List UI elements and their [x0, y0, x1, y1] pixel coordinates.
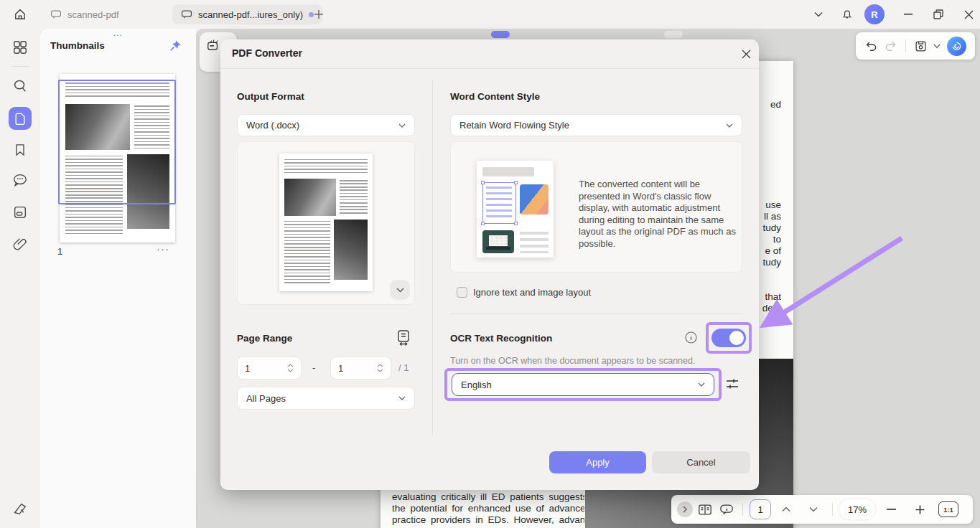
page-from-input[interactable]: 1 — [237, 357, 302, 380]
thumbnail-page-number: 1 — [57, 246, 62, 257]
ai-assistant-button[interactable] — [947, 37, 966, 56]
notifications-button[interactable] — [839, 6, 856, 23]
sidebar-item-reader-mode[interactable] — [10, 499, 30, 519]
page-flip-icon — [12, 501, 28, 517]
panel-title: Thumbnails — [50, 40, 105, 51]
two-page-view-button[interactable] — [696, 500, 714, 519]
minimize-button[interactable] — [899, 7, 918, 22]
illustration-text-block — [482, 182, 516, 224]
page-navigation-toolbar: 1 17% 1:1 — [671, 495, 973, 524]
dialog-column-divider — [432, 81, 433, 434]
sidebar-item-bookmarks[interactable] — [10, 140, 30, 160]
tab-scanned-pdf-figures[interactable]: scanned-pdf...iures_only) — [172, 4, 322, 24]
home-button[interactable] — [9, 4, 31, 24]
output-format-value: Word (.docx) — [246, 120, 299, 131]
custom-range-button[interactable] — [396, 329, 411, 346]
save-options-chevron[interactable] — [931, 37, 943, 55]
page-text-fragment: tudy — [762, 222, 781, 233]
chevron-right-icon — [682, 506, 688, 513]
sidebar-item-comments[interactable] — [10, 170, 30, 190]
selection-handle — [514, 181, 518, 184]
tab-scanned-pdf[interactable]: scanned-pdf — [42, 4, 128, 24]
actual-size-button[interactable]: 1:1 — [938, 501, 958, 517]
pages-mode-select[interactable]: All Pages — [237, 387, 415, 410]
book-open-icon — [698, 504, 712, 516]
chevron-up-icon — [377, 364, 383, 367]
thumbnail-more-button[interactable]: ··· — [157, 242, 169, 255]
close-window-button[interactable] — [959, 6, 978, 23]
toolbar-divider — [742, 503, 743, 516]
save-button[interactable] — [911, 37, 930, 55]
avatar[interactable]: R — [864, 4, 885, 24]
pages-mode-value: All Pages — [246, 393, 286, 404]
output-format-select[interactable]: Word (.docx) — [237, 114, 415, 136]
left-sidebar — [0, 29, 40, 528]
redo-button[interactable] — [882, 37, 900, 55]
apply-button[interactable]: Apply — [549, 451, 646, 473]
ocr-language-select[interactable]: English — [452, 373, 714, 396]
annotation-mode-button[interactable] — [717, 500, 736, 519]
page-text-line: the potential for enhanced use of advanc… — [392, 503, 584, 514]
style-illustration — [477, 161, 554, 258]
tabs-dropdown-button[interactable] — [811, 7, 826, 22]
toggle-knob — [729, 331, 744, 345]
minus-icon — [887, 509, 896, 510]
next-page-button[interactable] — [801, 500, 826, 519]
preview-next-page-button[interactable] — [390, 280, 410, 300]
page-thumbnail[interactable] — [60, 74, 175, 242]
sidebar-item-search[interactable] — [10, 76, 30, 96]
page-text-fragment: e of — [765, 245, 781, 256]
hidden-accent-button — [491, 31, 510, 38]
restore-icon — [933, 9, 943, 19]
zoom-in-button[interactable] — [907, 500, 933, 519]
zoom-out-button[interactable] — [878, 500, 904, 519]
undo-button[interactable] — [862, 37, 880, 55]
sidebar-item-fields[interactable] — [10, 202, 30, 222]
plus-icon — [915, 505, 925, 514]
thumb-text-column — [134, 105, 169, 148]
page-icon — [13, 111, 27, 126]
info-icon — [685, 331, 697, 344]
building-grid — [489, 235, 508, 246]
chevron-down-icon — [396, 288, 404, 293]
word-style-label: Word Content Style — [450, 91, 540, 102]
ocr-language-value: English — [461, 380, 492, 390]
word-style-description: The converted content will be presented … — [579, 179, 739, 250]
new-tab-button[interactable] — [312, 7, 326, 22]
ignore-layout-checkbox[interactable] — [457, 287, 467, 298]
stepper-arrows[interactable] — [287, 364, 294, 372]
page-to-input[interactable]: 1 — [330, 357, 391, 380]
stepper-arrows[interactable] — [377, 364, 383, 372]
tab-label: scanned-pdf — [67, 9, 119, 20]
title-bar: scanned-pdf scanned-pdf...iures_only) R — [0, 0, 980, 29]
sidebar-item-thumbnails[interactable] — [9, 107, 32, 130]
ocr-label: OCR Text Recognition — [450, 333, 552, 344]
ocr-toggle[interactable] — [711, 329, 746, 347]
page-text-fragment: ll as — [764, 211, 781, 222]
previous-page-button[interactable] — [774, 500, 798, 519]
thumb-paragraph — [65, 80, 169, 99]
hidden-gray-button — [664, 31, 683, 38]
expand-toolbar-button[interactable] — [677, 501, 693, 517]
zoom-level-display[interactable]: 17% — [839, 499, 875, 519]
thumb-text-column — [65, 156, 123, 236]
word-style-select[interactable]: Retain Word Flowing Style — [450, 114, 742, 136]
page-number-input[interactable]: 1 — [750, 499, 771, 519]
ignore-layout-label: Ignore text and image layout — [473, 287, 591, 298]
sidebar-item-attachments[interactable] — [10, 234, 30, 254]
page-text-line: practice providers in EDs. However, adva… — [392, 514, 584, 526]
dialog-close-button[interactable] — [739, 47, 753, 61]
bookmark-icon — [13, 143, 27, 157]
maximize-button[interactable] — [929, 6, 948, 23]
sidebar-item-grid[interactable] — [10, 37, 30, 57]
pin-panel-button[interactable] — [168, 39, 182, 53]
home-icon — [13, 7, 27, 22]
document-tab-icon — [181, 9, 192, 19]
ocr-info-button[interactable] — [685, 331, 697, 344]
page-range-label: Page Range — [237, 333, 292, 344]
ocr-settings-button[interactable] — [724, 376, 740, 392]
preview-page — [279, 154, 373, 291]
section-divider — [450, 314, 742, 314]
thumb-photo-1 — [65, 104, 130, 150]
cancel-button[interactable]: Cancel — [652, 451, 750, 473]
